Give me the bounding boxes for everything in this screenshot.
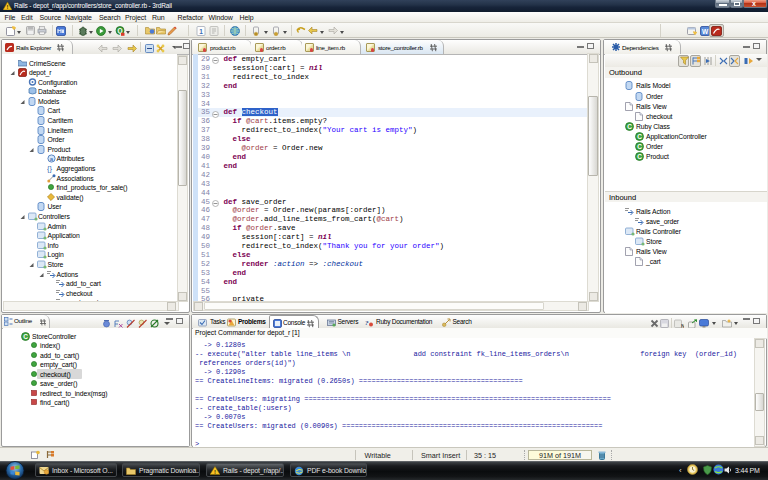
svg-text:C: C bbox=[23, 333, 28, 340]
svg-text:!: ! bbox=[214, 469, 216, 475]
svg-text:1: 1 bbox=[199, 28, 203, 35]
svg-text:C: C bbox=[637, 143, 642, 150]
svg-text:W: W bbox=[702, 28, 709, 35]
svg-text:C: C bbox=[637, 153, 642, 160]
svg-text:{}: {} bbox=[47, 164, 53, 173]
svg-text:!: ! bbox=[7, 4, 9, 10]
svg-text:C: C bbox=[637, 133, 642, 140]
svg-text:?: ? bbox=[365, 319, 369, 327]
svg-text:N: N bbox=[681, 322, 684, 328]
svg-text:C: C bbox=[627, 123, 632, 130]
